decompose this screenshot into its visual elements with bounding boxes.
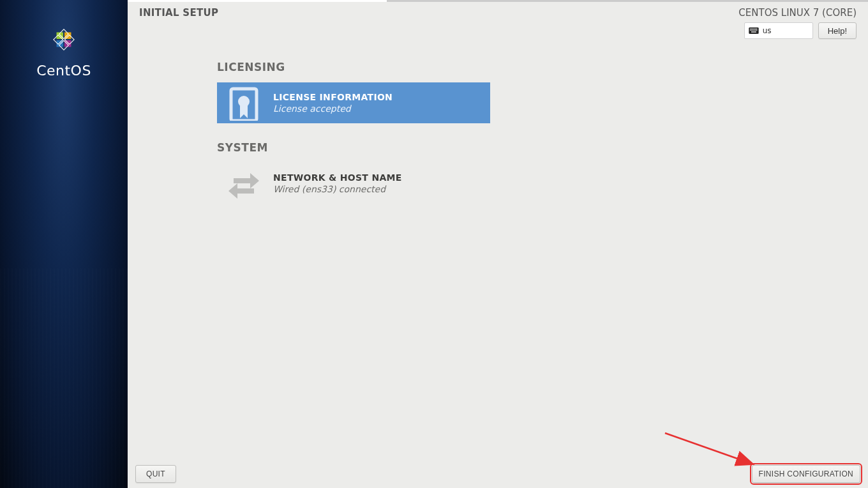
quit-button[interactable]: QUIT — [135, 465, 176, 483]
svg-rect-21 — [751, 31, 756, 32]
brand-name: CentOS — [36, 63, 91, 79]
spoke-license-status: License accepted — [273, 103, 393, 114]
footer: QUIT FINISH CONFIGURATION — [128, 460, 868, 488]
distro-label: CENTOS LINUX 7 (CORE) — [738, 7, 857, 19]
keyboard-icon — [749, 27, 759, 34]
spoke-network-title: NETWORK & HOST NAME — [273, 172, 402, 183]
svg-rect-19 — [755, 30, 756, 31]
svg-rect-15 — [750, 30, 751, 31]
sidebar: CentOS — [0, 0, 128, 488]
svg-rect-13 — [755, 29, 756, 29]
svg-rect-12 — [754, 29, 754, 29]
main-panel: INITIAL SETUP CENTOS LINUX 7 (CORE) us H… — [128, 0, 868, 488]
keyboard-layout-selector[interactable]: us — [744, 22, 813, 39]
spoke-network-status: Wired (ens33) connected — [273, 184, 402, 194]
svg-rect-17 — [752, 30, 753, 31]
svg-rect-9 — [750, 29, 751, 29]
help-button[interactable]: Help! — [818, 22, 857, 39]
svg-rect-10 — [751, 29, 752, 29]
finish-configuration-button[interactable]: FINISH CONFIGURATION — [752, 465, 860, 483]
svg-point-23 — [238, 96, 250, 107]
svg-line-24 — [665, 433, 752, 464]
header: INITIAL SETUP CENTOS LINUX 7 (CORE) us H… — [128, 2, 868, 39]
network-icon — [226, 165, 262, 201]
brand-logo: CentOS — [36, 23, 91, 79]
spoke-license-title: LICENSE INFORMATION — [273, 92, 393, 102]
section-system-label: SYSTEM — [217, 141, 868, 154]
svg-rect-18 — [754, 30, 754, 31]
content-area: LICENSING LICENSE INFORMATION License ac… — [128, 39, 868, 204]
spoke-license-information[interactable]: LICENSE INFORMATION License accepted — [217, 82, 490, 123]
svg-rect-11 — [752, 29, 753, 29]
svg-rect-20 — [756, 30, 757, 31]
svg-rect-14 — [756, 29, 757, 29]
section-licensing-label: LICENSING — [217, 61, 868, 73]
keyboard-layout-label: us — [763, 26, 772, 35]
centos-logo-icon — [47, 23, 80, 56]
spoke-network-hostname[interactable]: NETWORK & HOST NAME Wired (ens33) connec… — [217, 163, 490, 204]
page-title: INITIAL SETUP — [139, 7, 218, 19]
license-icon — [226, 85, 262, 121]
svg-rect-16 — [751, 30, 752, 31]
